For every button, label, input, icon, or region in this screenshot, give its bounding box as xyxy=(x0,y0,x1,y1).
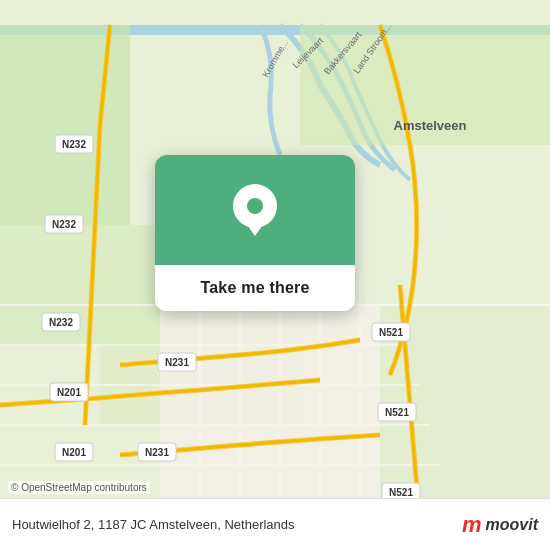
svg-text:Amstelveen: Amstelveen xyxy=(394,118,467,133)
moovit-word: moovit xyxy=(486,516,538,534)
svg-text:N521: N521 xyxy=(389,487,413,498)
svg-text:N232: N232 xyxy=(62,139,86,150)
svg-text:N201: N201 xyxy=(57,387,81,398)
svg-rect-1 xyxy=(0,25,130,225)
svg-text:N521: N521 xyxy=(385,407,409,418)
pin-circle xyxy=(233,184,277,228)
svg-text:N231: N231 xyxy=(145,447,169,458)
svg-text:N521: N521 xyxy=(379,327,403,338)
location-pin-icon xyxy=(233,184,277,236)
svg-text:N232: N232 xyxy=(52,219,76,230)
take-me-there-button[interactable]: Take me there xyxy=(155,265,355,311)
map-container: N232 N232 N232 N201 N201 N231 N231 N521 … xyxy=(0,0,550,550)
svg-text:N201: N201 xyxy=(62,447,86,458)
svg-text:N232: N232 xyxy=(49,317,73,328)
svg-rect-6 xyxy=(160,305,380,525)
svg-text:N231: N231 xyxy=(165,357,189,368)
osm-credit-text: © OpenStreetMap contributors xyxy=(11,482,147,493)
card-overlay: Take me there xyxy=(155,155,355,311)
pin-dot xyxy=(247,198,263,214)
osm-credit: © OpenStreetMap contributors xyxy=(8,481,150,494)
bottom-bar: Houtwielhof 2, 1187 JC Amstelveen, Nethe… xyxy=(0,498,550,550)
moovit-logo: m moovit xyxy=(462,512,538,538)
pin-tail xyxy=(248,226,262,236)
moovit-m-letter: m xyxy=(462,512,482,538)
address-text: Houtwielhof 2, 1187 JC Amstelveen, Nethe… xyxy=(12,517,295,532)
card-map-section xyxy=(155,155,355,265)
